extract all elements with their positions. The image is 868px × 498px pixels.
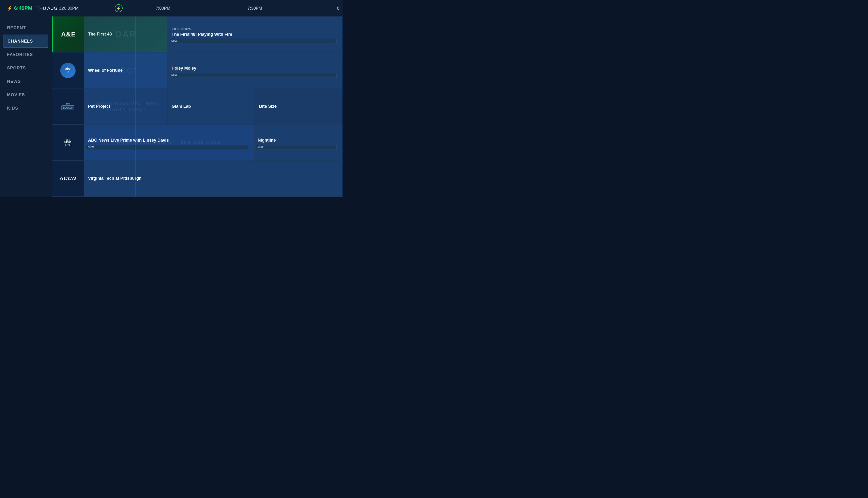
sidebar-item-sports[interactable]: SPORTS <box>0 62 52 75</box>
program-abc-news-live-prime[interactable]: EmpireToday.com 800-588-2300 ABC News Li… <box>84 125 254 160</box>
guide-row-abcnewslive: abc NEWS LIVE EmpireToday.com 800-588-23… <box>52 125 343 161</box>
channel-cell-ae[interactable]: A&E <box>52 16 84 52</box>
current-date: THU AUG 12 <box>37 6 64 11</box>
guide-grid: A&E DAR The First 48 7:00 – 8:00PM The F… <box>52 16 343 197</box>
header: ⚡ 6:49PM THU AUG 12 ⚡ 6:30PM 7:00PM 7:30… <box>0 0 343 16</box>
new-badge: NEW <box>170 39 337 43</box>
abc7-programs: ABC7 Wheel of Fortune Holey Moley NEW <box>84 52 343 88</box>
local-abc-prefix: abc <box>66 103 70 105</box>
time-slot-700: 7:00PM <box>156 6 170 11</box>
program-wheel-of-fortune[interactable]: ABC7 Wheel of Fortune <box>84 52 168 88</box>
ae-programs: DAR The First 48 7:00 – 8:00PM The First… <box>84 16 343 52</box>
sidebar-item-movies[interactable]: MOVIES <box>0 88 52 102</box>
accn-channel-logo: ACCN <box>60 175 77 182</box>
program-time: 7:00 – 8:00PM <box>171 27 339 31</box>
program-holey-moley[interactable]: Holey Moley NEW <box>168 52 343 88</box>
current-time-line <box>135 16 135 197</box>
now-indicator: ⚡ <box>115 4 122 12</box>
main-layout: RECENT CHANNELS FAVORITES SPORTS NEWS MO… <box>0 16 343 197</box>
channel-cell-abcnewslive[interactable]: abc NEWS LIVE <box>52 125 84 160</box>
program-title: Bite Size <box>259 104 339 109</box>
header-time-section: ⚡ 6:49PM THU AUG 12 <box>7 5 64 11</box>
new-badge: NEW <box>256 145 337 149</box>
guide-row-accn: ACCN Virginia Tech at Pittsburgh <box>52 161 343 197</box>
program-glam-lab[interactable]: Glam Lab <box>168 89 255 124</box>
guide-rows: A&E DAR The First 48 7:00 – 8:00PM The F… <box>52 16 343 197</box>
program-pet-project[interactable]: Makes Beautiful New Floors Easy! Pet Pro… <box>84 89 168 124</box>
abc7-channel-logo: abc7 <box>60 64 76 77</box>
program-title: Pet Project <box>88 104 164 109</box>
program-title: ABC News Live Prime with Linsey Davis <box>88 137 250 143</box>
guide-row-abc7: abc7 ABC7 Wheel of Fortune Holey Moley N… <box>52 52 343 89</box>
program-title: Nightline <box>258 137 339 143</box>
program-title: The First 48: Playing With Fire <box>171 32 339 37</box>
accn-logo-text: ACCN <box>60 175 77 182</box>
abc7-logo-text: abc7 <box>60 63 76 78</box>
program-title: Holey Moley <box>171 66 339 71</box>
sidebar: RECENT CHANNELS FAVORITES SPORTS NEWS MO… <box>0 16 52 197</box>
local-channel-logo: abc LOCAL® <box>62 103 74 110</box>
lightning-icon: ⚡ <box>7 6 12 11</box>
local-logo-text: LOCAL® <box>62 105 74 110</box>
time-slot-800: 8: <box>337 6 340 11</box>
channel-cell-local[interactable]: abc LOCAL® <box>52 89 84 124</box>
program-title: Virginia Tech at Pittsburgh <box>88 176 339 181</box>
new-badge: NEW <box>86 145 248 149</box>
abcnewslive-channel-logo: abc NEWS LIVE <box>64 139 72 146</box>
guide-row-ae: A&E DAR The First 48 7:00 – 8:00PM The F… <box>52 16 343 52</box>
program-virginia-tech[interactable]: Virginia Tech at Pittsburgh <box>84 161 343 196</box>
current-time: 6:49PM <box>14 5 32 11</box>
program-title: Glam Lab <box>171 104 251 109</box>
channel-cell-abc7[interactable]: abc7 <box>52 52 84 88</box>
ae-logo-text: A&E <box>61 30 76 38</box>
sidebar-item-news[interactable]: NEWS <box>0 75 52 88</box>
abcnewslive-logo-text: abc NEWS LIVE <box>64 139 72 146</box>
program-title: Wheel of Fortune <box>88 68 164 73</box>
accn-programs: Virginia Tech at Pittsburgh <box>84 161 343 196</box>
guide-row-abclocal: abc LOCAL® Makes Beautiful New Floors Ea… <box>52 89 343 124</box>
local-programs: Makes Beautiful New Floors Easy! Pet Pro… <box>84 89 343 124</box>
new-badge: NEW <box>170 73 337 77</box>
time-slot-630: 6:30PM <box>64 6 79 11</box>
program-nightline[interactable]: Nightline NEW <box>254 125 343 160</box>
abcnewslive-programs: EmpireToday.com 800-588-2300 ABC News Li… <box>84 125 343 160</box>
time-slot-730: 7:30PM <box>248 6 262 11</box>
ae-channel-logo: A&E <box>61 30 76 38</box>
now-bolt-icon: ⚡ <box>116 6 121 11</box>
channel-cell-accn[interactable]: ACCN <box>52 161 84 196</box>
program-title: The First 48 <box>88 31 164 37</box>
program-the-first-48[interactable]: DAR The First 48 <box>84 16 168 52</box>
sidebar-item-channels[interactable]: CHANNELS <box>3 35 48 48</box>
program-bite-size[interactable]: Bite Size <box>255 89 343 124</box>
sidebar-item-recent[interactable]: RECENT <box>0 21 52 35</box>
sidebar-item-kids[interactable]: KIDS <box>0 102 52 115</box>
sidebar-item-favorites[interactable]: FAVORITES <box>0 48 52 62</box>
program-first-48-fire[interactable]: 7:00 – 8:00PM The First 48: Playing With… <box>168 16 343 52</box>
